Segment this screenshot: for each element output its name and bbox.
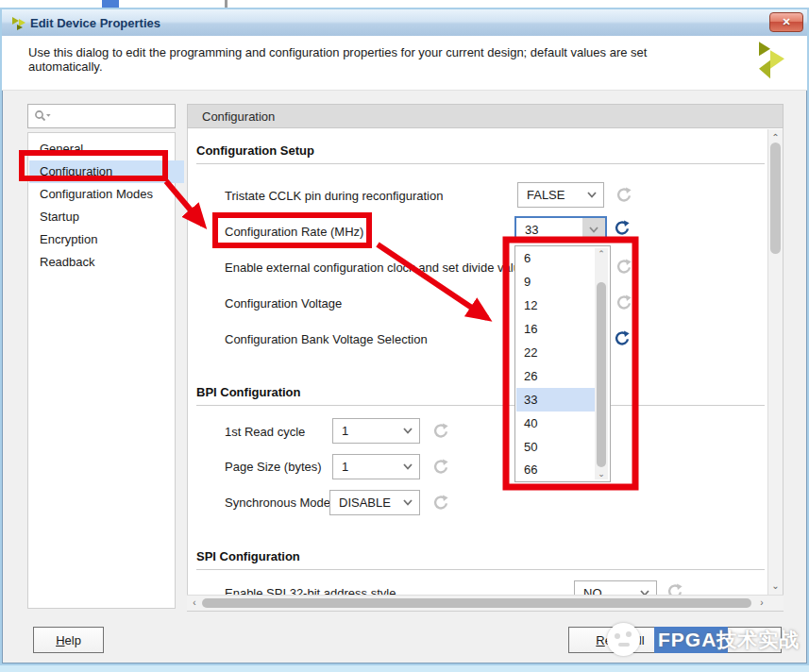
search-filter-arrow-icon xyxy=(46,114,51,117)
sidebar-item-encryption[interactable]: Encryption xyxy=(29,228,184,251)
screen: Edit Device Properties ✕ Use this dialog… xyxy=(0,0,809,672)
label-1st-read-cycle: 1st Read cycle xyxy=(225,425,305,439)
vertical-scrollbar-thumb[interactable] xyxy=(770,143,781,254)
reset-page-size-icon[interactable] xyxy=(432,459,449,476)
chevron-down-icon xyxy=(587,192,597,198)
background-window-fragment-2 xyxy=(225,0,228,8)
reset-configuration-rate-icon[interactable] xyxy=(614,220,631,237)
scroll-up-icon[interactable]: ⌃ xyxy=(595,248,608,260)
reset-1st-read-cycle-icon[interactable] xyxy=(432,423,449,440)
combo-synchronous-mode[interactable]: DISABLE xyxy=(329,490,420,515)
label-synchronous-mode: Synchronous Mode xyxy=(225,496,330,510)
reset-configuration-voltage-icon[interactable] xyxy=(615,294,632,311)
dropdown-option-selected[interactable]: 33 xyxy=(516,388,603,412)
reset-bank-voltage-icon[interactable] xyxy=(614,330,631,347)
reset-ext-clock-icon[interactable] xyxy=(615,259,632,276)
dropdown-option[interactable]: 22 xyxy=(516,341,603,364)
combo-tristate-cclk-value: FALSE xyxy=(518,183,581,207)
close-button[interactable]: ✕ xyxy=(769,12,803,32)
combo-tristate-cclk[interactable]: FALSE xyxy=(517,182,604,208)
scroll-down-icon[interactable]: ⌄ xyxy=(768,579,783,594)
chevron-down-icon xyxy=(403,499,413,506)
sidebar-item-startup[interactable]: Startup xyxy=(29,206,184,228)
horizontal-scrollbar[interactable]: ‹ › xyxy=(187,595,784,611)
reset-synchronous-mode-icon[interactable] xyxy=(432,495,449,512)
sidebar-item-general[interactable]: General xyxy=(29,138,184,160)
watermark-text: FPGA技术实战 xyxy=(658,627,800,653)
scroll-right-icon[interactable]: › xyxy=(756,596,767,611)
chevron-down-icon xyxy=(589,227,598,233)
sidebar-item-configuration[interactable]: Configuration xyxy=(29,160,184,183)
label-configuration-voltage: Configuration Voltage xyxy=(225,296,342,311)
horizontal-scrollbar-thumb[interactable] xyxy=(202,598,751,608)
vivado-app-icon xyxy=(11,15,26,30)
help-button[interactable]: Help xyxy=(33,627,104,653)
combo-synchronous-mode-value: DISABLE xyxy=(330,491,396,514)
close-icon: ✕ xyxy=(782,16,790,28)
dropdown-scrollbar-thumb[interactable] xyxy=(597,282,606,467)
background-strip xyxy=(0,0,809,8)
dropdown-option[interactable]: 40 xyxy=(516,412,603,435)
dropdown-scrollbar[interactable]: ⌃ ⌄ xyxy=(595,248,608,479)
xilinx-logo-icon xyxy=(753,42,787,83)
chevron-down-icon xyxy=(403,428,413,434)
search-input[interactable] xyxy=(51,109,175,125)
label-enable-ext-clock: Enable external configuration clock and … xyxy=(225,260,527,275)
sidebar-search xyxy=(27,104,176,128)
label-bank-voltage-selection: Configuration Bank Voltage Selection xyxy=(225,332,428,346)
chevron-down-icon xyxy=(403,463,413,470)
section-bpi-configuration: BPI Configuration xyxy=(196,385,301,399)
section-divider xyxy=(196,405,765,406)
sidebar-item-readback[interactable]: Readback xyxy=(29,251,184,274)
reset-tristate-cclk-icon[interactable] xyxy=(615,187,632,204)
combo-configuration-rate-value: 33 xyxy=(516,218,582,241)
dropdown-option[interactable]: 12 xyxy=(516,294,603,317)
dropdown-option[interactable]: 50 xyxy=(516,435,603,459)
search-icon xyxy=(34,109,51,123)
help-button-label: Help xyxy=(56,633,81,647)
combo-1st-read-cycle-value: 1 xyxy=(333,419,396,443)
label-configuration-rate: Configuration Rate (MHz) xyxy=(225,225,363,239)
dropdown-option[interactable]: 9 xyxy=(516,270,603,294)
combo-page-size[interactable]: 1 xyxy=(332,454,420,479)
background-window-fragment xyxy=(102,0,119,8)
section-divider xyxy=(196,569,765,570)
dropdown-option[interactable]: 26 xyxy=(516,364,603,388)
sidebar-item-configuration-modes[interactable]: Configuration Modes xyxy=(29,183,184,206)
section-configuration-setup: Configuration Setup xyxy=(196,143,314,158)
dropdown-option[interactable]: 6 xyxy=(516,246,603,270)
section-spi-configuration: SPI Configuration xyxy=(196,549,300,563)
label-tristate-cclk: Tristate CCLK pin during reconfiguration xyxy=(225,189,443,203)
panel-header: Configuration xyxy=(187,104,784,128)
dialog-description: Use this dialog to edit the programming … xyxy=(28,45,708,74)
section-divider xyxy=(196,163,765,164)
category-list: General Configuration Configuration Mode… xyxy=(27,132,176,609)
dropdown-option[interactable]: 66 xyxy=(516,458,603,481)
vertical-scrollbar[interactable]: ⌃ ⌄ xyxy=(767,129,783,595)
combo-1st-read-cycle[interactable]: 1 xyxy=(332,418,420,444)
scroll-left-icon[interactable]: ‹ xyxy=(189,596,200,611)
dropdown-option[interactable]: 16 xyxy=(516,317,603,341)
panel-header-title: Configuration xyxy=(202,109,275,124)
config-rate-dropdown-list: 6 9 12 16 22 26 33 40 50 66 ⌃ ⌄ xyxy=(514,245,611,482)
scroll-down-icon[interactable]: ⌄ xyxy=(595,468,608,479)
label-page-size: Page Size (bytes) xyxy=(225,460,322,474)
combo-configuration-rate[interactable]: 33 xyxy=(514,216,607,243)
watermark-logo xyxy=(607,623,640,656)
title-bar: Edit Device Properties xyxy=(2,9,807,37)
window-title: Edit Device Properties xyxy=(30,16,160,30)
combo-page-size-value: 1 xyxy=(333,455,396,479)
